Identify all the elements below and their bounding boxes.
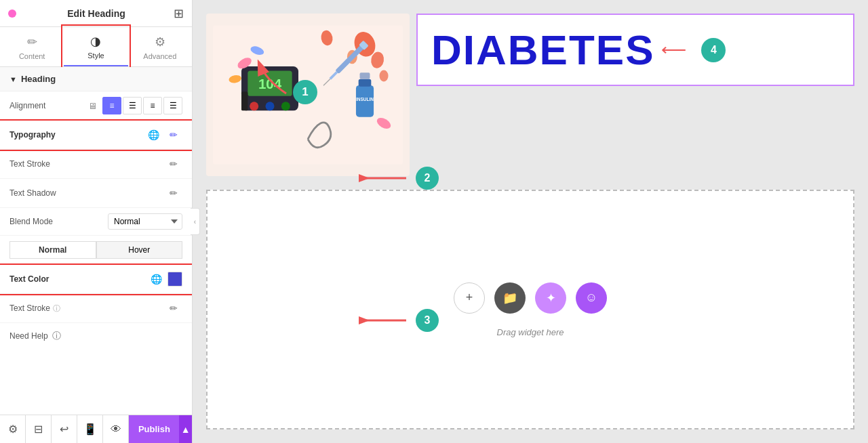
tab-content[interactable]: ✏ Content bbox=[0, 27, 64, 66]
normal-tab[interactable]: Normal bbox=[9, 241, 96, 259]
text-color-label: Text Color bbox=[9, 274, 49, 284]
section-arrow: ▼ bbox=[9, 75, 17, 83]
responsive-button[interactable]: 📱 bbox=[77, 415, 103, 443]
text-stroke-2-controls: ✏ bbox=[165, 299, 182, 317]
annotation-badge-4: 4 bbox=[701, 38, 726, 62]
add-widget-button[interactable]: + bbox=[454, 282, 485, 314]
smiley-button[interactable]: ☺ bbox=[576, 282, 607, 314]
sidebar-title: Edit Heading bbox=[19, 8, 174, 19]
sidebar: Edit Heading ⊞ ✏ Content ◑ Style ⚙ Advan… bbox=[0, 0, 193, 443]
normal-hover-tabs: Normal Hover bbox=[0, 236, 192, 265]
drop-zone: + 📁 ✦ ☺ Drag widget here bbox=[206, 190, 854, 429]
need-help-label: Need Help bbox=[9, 331, 48, 341]
info-icon: ⓘ bbox=[53, 303, 60, 314]
main-canvas: INSULIN 104 DIABETES bbox=[193, 0, 868, 443]
svg-text:104: 104 bbox=[258, 76, 282, 91]
align-buttons: ≡ ☰ ≡ ☰ bbox=[102, 97, 182, 114]
blend-mode-label: Blend Mode bbox=[9, 217, 53, 226]
svg-rect-20 bbox=[241, 91, 248, 110]
annotation-badge-2: 2 bbox=[416, 167, 439, 190]
advanced-icon: ⚙ bbox=[155, 35, 165, 49]
section-heading-label: Heading bbox=[21, 74, 56, 84]
expand-publish-button[interactable]: ▲ bbox=[179, 415, 192, 443]
settings-button[interactable]: ⚙ bbox=[0, 415, 26, 443]
typography-global-button[interactable]: 🌐 bbox=[144, 126, 162, 144]
alignment-label: Alignment bbox=[9, 101, 45, 110]
text-shadow-controls: ✏ bbox=[165, 184, 182, 202]
content-icon: ✏ bbox=[27, 35, 37, 49]
align-justify-button[interactable]: ☰ bbox=[163, 97, 182, 114]
hover-tab[interactable]: Hover bbox=[96, 241, 183, 259]
svg-point-19 bbox=[281, 102, 290, 110]
typography-controls: 🌐 ✏ bbox=[144, 126, 182, 144]
svg-point-5 bbox=[379, 70, 388, 82]
publish-button[interactable]: Publish bbox=[129, 415, 179, 443]
text-shadow-edit-button[interactable]: ✏ bbox=[165, 184, 182, 202]
svg-rect-12 bbox=[360, 72, 370, 79]
text-stroke-row: Text Stroke ✏ bbox=[0, 150, 192, 179]
text-shadow-label: Text Shadow bbox=[9, 188, 56, 198]
blend-mode-controls: Normal Multiply Screen Overlay Darken Li… bbox=[108, 213, 182, 230]
text-color-row: Text Color 🌐 bbox=[0, 265, 192, 294]
svg-point-18 bbox=[265, 102, 274, 110]
help-icon[interactable]: ⓘ bbox=[52, 330, 61, 342]
sidebar-bottom: ⚙ ⊟ ↩ 📱 👁 Publish ▲ bbox=[0, 415, 192, 443]
svg-point-17 bbox=[250, 102, 258, 110]
sidebar-content: ▼ Heading Alignment 🖥 ≡ ☰ ≡ ☰ Typography… bbox=[0, 67, 192, 415]
diabetes-heading-container: DIABETES ⟵ 4 bbox=[416, 14, 854, 86]
collapse-handle[interactable]: ‹ bbox=[191, 208, 200, 235]
tab-style[interactable]: ◑ Style bbox=[64, 27, 127, 66]
align-left-button[interactable]: ≡ bbox=[102, 97, 121, 114]
drop-zone-icons: + 📁 ✦ ☺ bbox=[454, 282, 607, 314]
blend-mode-row: Blend Mode Normal Multiply Screen Overla… bbox=[0, 208, 192, 236]
layers-button[interactable]: ⊟ bbox=[26, 415, 52, 443]
history-button[interactable]: ↩ bbox=[52, 415, 77, 443]
typography-edit-button[interactable]: ✏ bbox=[165, 126, 182, 144]
tab-advanced[interactable]: ⚙ Advanced bbox=[128, 27, 192, 66]
typography-row: Typography 🌐 ✏ bbox=[0, 121, 192, 150]
folder-button[interactable]: 📁 bbox=[494, 282, 526, 314]
medical-image-area: INSULIN 104 bbox=[206, 14, 410, 176]
drop-zone-text: Drag widget here bbox=[497, 327, 564, 337]
preview-button[interactable]: 👁 bbox=[103, 415, 129, 443]
text-color-swatch[interactable] bbox=[167, 272, 182, 287]
alignment-row: Alignment 🖥 ≡ ☰ ≡ ☰ bbox=[0, 91, 192, 121]
heading-section-header[interactable]: ▼ Heading bbox=[0, 67, 192, 91]
style-icon: ◑ bbox=[90, 34, 101, 49]
tab-content-label: Content bbox=[19, 52, 45, 60]
sidebar-header: Edit Heading ⊞ bbox=[0, 0, 192, 27]
sidebar-tabs: ✏ Content ◑ Style ⚙ Advanced bbox=[0, 27, 192, 67]
text-stroke-row-2: Text Stroke ⓘ ✏ bbox=[0, 294, 192, 323]
alignment-controls: 🖥 ≡ ☰ ≡ ☰ bbox=[88, 97, 182, 114]
text-color-controls: 🌐 bbox=[147, 270, 182, 288]
magic-button[interactable]: ✦ bbox=[535, 282, 566, 314]
blend-mode-select[interactable]: Normal Multiply Screen Overlay Darken Li… bbox=[108, 213, 182, 230]
diabetes-heading-text: DIABETES bbox=[431, 26, 654, 74]
medical-svg: INSULIN 104 bbox=[213, 20, 403, 169]
tab-advanced-label: Advanced bbox=[143, 52, 176, 60]
text-stroke-controls: ✏ bbox=[165, 155, 182, 173]
grid-icon[interactable]: ⊞ bbox=[174, 6, 184, 21]
align-center-button[interactable]: ☰ bbox=[123, 97, 142, 114]
window-dot bbox=[8, 9, 16, 18]
svg-text:INSULIN: INSULIN bbox=[356, 97, 374, 102]
arrow-left-icon: ⟵ bbox=[661, 39, 686, 60]
tab-style-label: Style bbox=[87, 51, 104, 60]
text-shadow-row: Text Shadow ✏ bbox=[0, 179, 192, 208]
text-stroke-label: Text Stroke bbox=[9, 159, 50, 169]
monitor-icon: 🖥 bbox=[88, 101, 97, 111]
text-stroke-edit-button[interactable]: ✏ bbox=[165, 155, 182, 173]
align-right-button[interactable]: ≡ bbox=[143, 97, 162, 114]
need-help-section: Need Help ⓘ bbox=[0, 323, 192, 349]
text-stroke-2-edit-button[interactable]: ✏ bbox=[165, 299, 182, 317]
text-color-global-button[interactable]: 🌐 bbox=[147, 270, 165, 288]
typography-label: Typography bbox=[9, 130, 56, 140]
svg-rect-11 bbox=[359, 79, 372, 87]
text-stroke-label-2: Text Stroke ⓘ bbox=[9, 303, 60, 314]
